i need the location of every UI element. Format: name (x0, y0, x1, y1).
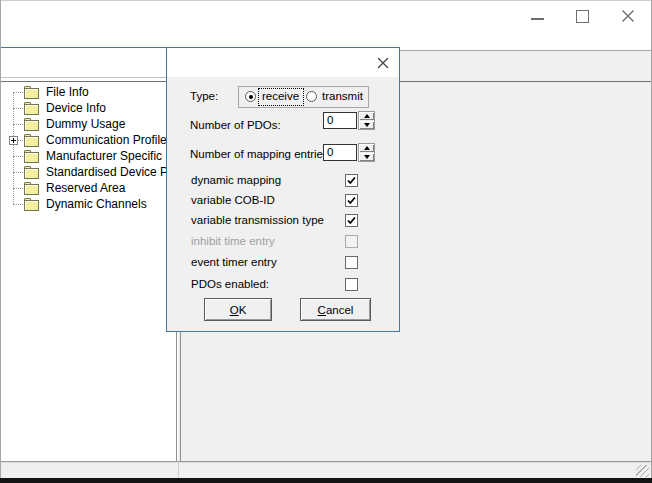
ok-button-label-rest: K (239, 304, 247, 316)
resize-grip[interactable] (636, 465, 649, 477)
tree-item-label: Device Info (46, 101, 106, 115)
cancel-button[interactable]: Cancel (300, 298, 371, 321)
folder-icon (24, 166, 40, 179)
folder-icon (24, 150, 40, 163)
maximize-button[interactable] (560, 1, 605, 31)
check-icon (346, 175, 357, 186)
maximize-icon (576, 10, 589, 23)
ok-button[interactable]: OK (204, 298, 272, 321)
check-icon (346, 215, 357, 226)
tree-item-label: Dummy Usage (46, 117, 125, 131)
window-border (0, 0, 652, 1)
receive-radio[interactable] (245, 91, 256, 102)
variable-transmission-type-checkbox[interactable] (345, 214, 358, 227)
window-bottom-edge (0, 478, 652, 483)
expand-plus-icon[interactable] (9, 136, 18, 145)
arrow-up-icon (364, 114, 370, 118)
minimize-button[interactable] (515, 1, 560, 31)
spin-down-button[interactable] (359, 121, 374, 129)
toolbar-strip (400, 51, 651, 81)
tree-item-label: Dynamic Channels (46, 197, 147, 211)
status-bar (1, 462, 651, 478)
arrow-down-icon (364, 155, 370, 159)
dynamic-mapping-checkbox[interactable] (345, 174, 358, 187)
number-of-pdos-input[interactable]: 0 (323, 112, 357, 129)
arrow-up-icon (364, 146, 370, 150)
cancel-button-label-rest: ancel (326, 304, 354, 316)
variable-cob-id-label: variable COB-ID (191, 194, 275, 206)
status-bar-separator (178, 463, 179, 478)
folder-icon (24, 102, 40, 115)
folder-icon (24, 118, 40, 131)
folder-icon (24, 86, 40, 99)
event-timer-entry-label: event timer entry (191, 256, 277, 268)
close-icon (377, 57, 389, 69)
mapping-entries-spinner (358, 143, 375, 162)
close-icon (621, 9, 635, 23)
number-of-pdos-value: 0 (327, 114, 333, 126)
ok-button-label: O (230, 304, 239, 316)
folder-icon (24, 134, 40, 147)
mapping-entries-value: 0 (327, 146, 333, 158)
inhibit-time-entry-label: inhibit time entry (191, 235, 275, 247)
close-button[interactable] (605, 1, 650, 31)
dialog-titlebar (167, 48, 399, 77)
tree-item-label: Reserved Area (46, 181, 125, 195)
variable-cob-id-checkbox[interactable] (345, 194, 358, 207)
receive-radio-label[interactable]: receive (262, 90, 299, 102)
pdos-enabled-label: PDOs enabled: (191, 278, 269, 290)
type-label: Type: (190, 90, 218, 102)
tree-item-label: File Info (46, 85, 89, 99)
window-border (0, 0, 1, 478)
number-of-pdos-label: Number of PDOs: (190, 119, 281, 131)
mapping-entries-input[interactable]: 0 (323, 144, 357, 161)
dialog-close-button[interactable] (373, 53, 393, 72)
cancel-button-label: C (318, 304, 326, 316)
transmit-radio[interactable] (306, 91, 317, 102)
spin-up-button[interactable] (359, 144, 374, 152)
minimize-icon (531, 18, 544, 20)
inhibit-time-entry-checkbox (345, 235, 358, 248)
transmit-radio-label[interactable]: transmit (322, 90, 363, 102)
number-of-pdos-spinner (358, 111, 375, 130)
pdo-settings-dialog: Type: receive transmit Number of PDOs: 0… (166, 47, 400, 332)
pdos-enabled-checkbox[interactable] (345, 278, 358, 291)
folder-icon (24, 198, 40, 211)
folder-icon (24, 182, 40, 195)
variable-transmission-type-label: variable transmission type (191, 214, 324, 226)
spin-down-button[interactable] (359, 153, 374, 161)
spin-up-button[interactable] (359, 112, 374, 120)
dynamic-mapping-label: dynamic mapping (191, 174, 281, 186)
arrow-down-icon (364, 123, 370, 127)
main-window: File Info Device Info Dummy Usage Commun… (0, 0, 652, 483)
check-icon (346, 195, 357, 206)
mapping-entries-label: Number of mapping entries: (190, 148, 332, 160)
event-timer-entry-checkbox[interactable] (345, 256, 358, 269)
